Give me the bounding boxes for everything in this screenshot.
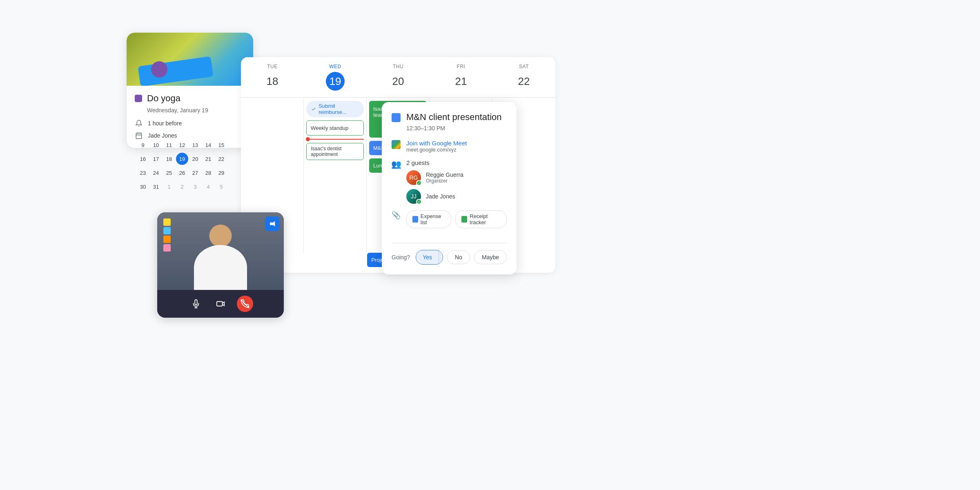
event-detail-meet-info: Join with Google Meet meet.google.com/xy… — [406, 140, 467, 153]
mini-cal-day-2-next[interactable]: 2 — [176, 180, 188, 193]
mini-cal-day-5-next[interactable]: 5 — [215, 180, 227, 193]
mini-cal-day-13[interactable]: 13 — [189, 139, 201, 151]
cal-dayname-wed: WED — [304, 64, 367, 69]
cal-dayname-tue: TUE — [241, 64, 304, 69]
mini-cal-day-23[interactable]: 23 — [137, 167, 149, 179]
mini-cal-day-31[interactable]: 31 — [150, 180, 162, 193]
rsvp-row: Going? Yes ▾ No Maybe — [392, 250, 507, 265]
cal-dayname-sat: SAT — [492, 64, 555, 69]
mini-cal-day-12[interactable]: 12 — [176, 139, 188, 151]
yoga-reminder-text: 1 hour before — [148, 120, 182, 127]
mini-cal-day-19[interactable]: 19 — [176, 153, 188, 165]
isaacs-dentist-event[interactable]: Isaac's dentist appointment — [306, 143, 364, 160]
cal-dayname-thu: THU — [367, 64, 430, 69]
cal-header-fri: FRI 21 — [430, 62, 492, 92]
mini-cal-day-15[interactable]: 15 — [215, 139, 227, 151]
mini-cal-day-26[interactable]: 26 — [176, 167, 188, 179]
guests-count-label: 2 guests — [406, 159, 463, 166]
yoga-mat-decoration — [138, 56, 213, 86]
attachment-icon: 📎 — [392, 211, 401, 220]
mini-cal-day-9[interactable]: 9 — [137, 139, 149, 151]
docs-icon — [412, 216, 418, 223]
sticky-note-pink — [163, 244, 171, 252]
video-call-card — [157, 212, 284, 318]
camera-button[interactable] — [212, 296, 229, 312]
end-call-button[interactable] — [237, 296, 253, 312]
mini-cal-day-28[interactable]: 28 — [202, 167, 214, 179]
mini-cal-day-10[interactable]: 10 — [150, 139, 162, 151]
event-detail-divider — [392, 243, 507, 243]
expense-list-label: Expense list — [421, 213, 445, 225]
mini-cal-day-3-next[interactable]: 3 — [189, 180, 201, 193]
event-detail-guests: 2 guests RG ✓ Reggie Guerra Organizer JJ… — [406, 159, 463, 204]
receipt-tracker-chip[interactable]: Receipt tracker — [455, 210, 507, 228]
event-detail-card: M&N client presentation 12:30–1:30 PM Jo… — [382, 102, 517, 274]
mini-cal-day-29[interactable]: 29 — [215, 167, 227, 179]
sticky-note-blue — [163, 227, 171, 234]
guests-icon: 👥 — [392, 160, 401, 169]
mini-cal-day-22[interactable]: 22 — [215, 153, 227, 165]
cal-daynum-22[interactable]: 22 — [514, 72, 533, 91]
rsvp-no-button[interactable]: No — [447, 250, 470, 264]
sticky-notes — [163, 218, 171, 252]
rsvp-maybe-button[interactable]: Maybe — [474, 250, 507, 264]
cal-header-tue: TUE 18 — [241, 62, 304, 92]
cal-header-wed: WED 19 — [304, 62, 367, 92]
mini-cal-day-17[interactable]: 17 — [150, 153, 162, 165]
guest-reggie-role: Organizer — [426, 178, 463, 184]
yoga-meta: 1 hour before Jade Jones — [135, 119, 245, 140]
mini-cal-day-1-next[interactable]: 1 — [163, 180, 175, 193]
cal-daynum-19[interactable]: 19 — [326, 72, 345, 91]
cal-daynum-20[interactable]: 20 — [389, 72, 408, 91]
attachments-list: Expense list Receipt tracker — [406, 210, 507, 228]
event-detail-color-dot — [392, 113, 401, 122]
guest-reggie-check: ✓ — [416, 180, 422, 186]
cal-col-wed: Submit reimburse... Weekly standup Isaac… — [304, 98, 367, 253]
cal-daynum-18[interactable]: 18 — [263, 72, 282, 91]
mini-cal-day-20[interactable]: 20 — [189, 153, 201, 165]
mini-cal-day-27[interactable]: 27 — [189, 167, 201, 179]
cal-header-sat: SAT 22 — [492, 62, 555, 92]
event-detail-title-row: M&N client presentation — [392, 112, 507, 122]
mini-cal-day-30[interactable]: 30 — [137, 180, 149, 193]
mini-cal-day-14[interactable]: 14 — [202, 139, 214, 151]
join-meet-link[interactable]: Join with Google Meet — [406, 140, 467, 147]
rsvp-yes-button-group[interactable]: Yes ▾ — [416, 250, 443, 265]
expense-list-chip[interactable]: Expense list — [406, 210, 451, 228]
guest-jade-check: ✓ — [416, 199, 422, 205]
svg-rect-4 — [270, 223, 273, 225]
weekly-standup-event[interactable]: Weekly standup — [306, 120, 364, 136]
rsvp-yes-main-button[interactable]: Yes — [416, 251, 439, 264]
guest-jade-info: Jade Jones — [426, 193, 455, 200]
mini-calendar: 9 10 11 12 13 14 15 16 17 18 19 20 21 22… — [129, 139, 236, 193]
video-controls — [157, 290, 284, 318]
mini-cal-day-4-next[interactable]: 4 — [202, 180, 214, 193]
yoga-mat-roll-decoration — [151, 61, 167, 78]
cal-dayname-fri: FRI — [430, 64, 492, 69]
video-feed — [157, 212, 284, 290]
yoga-title-row: Do yoga — [135, 93, 245, 104]
cal-daynum-21[interactable]: 21 — [452, 72, 470, 91]
bell-icon — [135, 119, 143, 127]
mini-cal-day-16[interactable]: 16 — [137, 153, 149, 165]
calendar-icon — [135, 131, 143, 140]
rsvp-yes-arrow-button[interactable]: ▾ — [439, 250, 443, 264]
cal-header-thu: THU 20 — [367, 62, 430, 92]
mini-cal-day-25[interactable]: 25 — [163, 167, 175, 179]
submit-reimburse-event[interactable]: Submit reimburse... — [306, 101, 364, 117]
mini-cal-day-11[interactable]: 11 — [163, 139, 175, 151]
scene: Do yoga Wednesday, January 19 1 hour bef… — [0, 0, 980, 490]
mini-cal-day-18[interactable]: 18 — [163, 153, 175, 165]
mini-cal-day-21[interactable]: 21 — [202, 153, 214, 165]
svg-rect-0 — [136, 133, 142, 139]
event-detail-time: 12:30–1:30 PM — [406, 125, 507, 131]
sheets-icon — [461, 216, 467, 223]
mute-button[interactable] — [188, 296, 204, 312]
guest-reggie-info: Reggie Guerra Organizer — [426, 172, 463, 184]
guest-reggie: RG ✓ Reggie Guerra Organizer — [406, 170, 463, 185]
receipt-tracker-label: Receipt tracker — [470, 213, 501, 225]
mini-cal-day-24[interactable]: 24 — [150, 167, 162, 179]
video-person-silhouette — [192, 225, 249, 290]
event-detail-guests-row: 👥 2 guests RG ✓ Reggie Guerra Organizer — [392, 159, 507, 204]
submit-reimburse-label: Submit reimburse... — [318, 103, 359, 115]
